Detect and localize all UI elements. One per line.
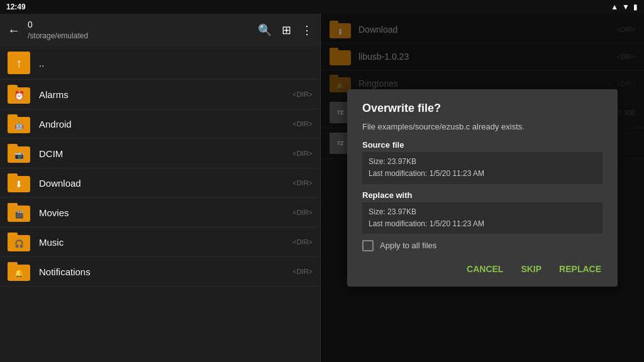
replace-button[interactable]: Replace: [558, 261, 602, 277]
status-bar: 12:49 ▲ ▼ ▮: [0, 0, 644, 14]
folder-icon: ⏰: [8, 85, 30, 104]
list-item-alarms[interactable]: ⏰ Alarms <DIR>: [0, 80, 320, 109]
list-item-movies[interactable]: 🎬 Movies <DIR>: [0, 198, 320, 228]
source-size: Size: 23.97KB: [369, 156, 596, 168]
top-bar: ← 0 /storage/emulated 🔍 ⊞ ⋮: [0, 14, 320, 47]
path-info: 0 /storage/emulated: [28, 19, 250, 41]
dir-tag: <DIR>: [292, 238, 313, 246]
folder-name: Alarms: [39, 89, 313, 100]
dialog-overlay: Overwrite file? File examples/source/ezu…: [321, 14, 644, 362]
list-item-notifications[interactable]: 🔔 Notifications <DIR>: [0, 257, 320, 287]
replace-section-title: Replace with: [362, 190, 602, 200]
grid-view-icon[interactable]: ⊞: [282, 23, 291, 37]
apply-all-checkbox[interactable]: [362, 240, 374, 251]
signal-icon: ▼: [622, 3, 630, 11]
up-folder-icon: ↑: [8, 52, 30, 74]
folder-name: Android: [39, 119, 313, 129]
folder-name: Download: [39, 178, 313, 189]
replace-modified: Last modification: 1/5/20 11:23 AM: [369, 218, 596, 230]
source-section-title: Source file: [362, 140, 602, 150]
more-options-icon[interactable]: ⋮: [301, 23, 313, 37]
folder-name: Music: [39, 237, 313, 248]
wifi-icon: ▲: [611, 3, 618, 11]
dialog-title: Overwrite file?: [362, 102, 602, 115]
content-area: ← 0 /storage/emulated 🔍 ⊞ ⋮ ↑ ..: [0, 14, 644, 362]
folder-icon: 🔔: [8, 262, 30, 281]
file-list: ↑ .. ⏰ Alarms <DIR> 🤖 A: [0, 47, 320, 362]
up-label: ..: [39, 58, 313, 69]
folder-icon: ⬇: [8, 173, 30, 192]
status-icons: ▲ ▼ ▮: [611, 3, 638, 11]
cancel-button[interactable]: Cancel: [465, 261, 504, 277]
folder-icon: 🎬: [8, 203, 30, 222]
dir-tag: <DIR>: [292, 179, 313, 187]
list-item-android[interactable]: 🤖 Android <DIR>: [0, 109, 320, 139]
folder-name: DCIM: [39, 148, 313, 159]
source-info-box: Size: 23.97KB Last modification: 1/5/20 …: [362, 152, 602, 184]
status-time: 12:49: [6, 3, 26, 11]
list-item-download[interactable]: ⬇ Download <DIR>: [0, 168, 320, 198]
skip-button[interactable]: Skip: [519, 261, 543, 277]
dir-tag: <DIR>: [292, 209, 313, 216]
dir-tag: <DIR>: [292, 268, 313, 275]
folder-icon: 🎧: [8, 233, 30, 251]
list-item-dcim[interactable]: 📷 DCIM <DIR>: [0, 139, 320, 168]
apply-all-label: Apply to all files: [380, 241, 436, 250]
folder-icon: 🤖: [8, 114, 30, 133]
folder-icon: 📷: [8, 144, 30, 163]
dir-tag: <DIR>: [292, 150, 313, 157]
list-item-music[interactable]: 🎧 Music <DIR>: [0, 228, 320, 257]
dir-tag: <DIR>: [292, 120, 313, 128]
dir-tag: <DIR>: [292, 90, 313, 98]
back-button[interactable]: ←: [8, 23, 20, 38]
battery-icon: ▮: [633, 3, 638, 11]
dialog-buttons: Cancel Skip Replace: [362, 261, 602, 277]
source-modified: Last modification: 1/5/20 11:23 AM: [369, 168, 596, 180]
folder-name: Notifications: [39, 266, 313, 277]
left-panel: ← 0 /storage/emulated 🔍 ⊞ ⋮ ↑ ..: [0, 14, 321, 362]
path-number: 0: [28, 19, 250, 30]
folder-name: Movies: [39, 207, 313, 218]
dialog-message: File examples/source/ezusb.c already exi…: [362, 121, 602, 133]
replace-info-box: Size: 23.97KB Last modification: 1/5/20 …: [362, 202, 602, 234]
right-panel: ⬇ Download <DIR> libusb-1.0.23 <DIR>: [321, 14, 644, 362]
apply-all-row: Apply to all files: [362, 240, 602, 251]
replace-size: Size: 23.97KB: [369, 206, 596, 218]
top-bar-actions: 🔍 ⊞ ⋮: [258, 23, 313, 37]
search-icon[interactable]: 🔍: [258, 23, 272, 37]
overwrite-dialog: Overwrite file? File examples/source/ezu…: [347, 89, 618, 287]
path-text: /storage/emulated: [28, 31, 88, 40]
list-item-up[interactable]: ↑ ..: [0, 47, 320, 80]
